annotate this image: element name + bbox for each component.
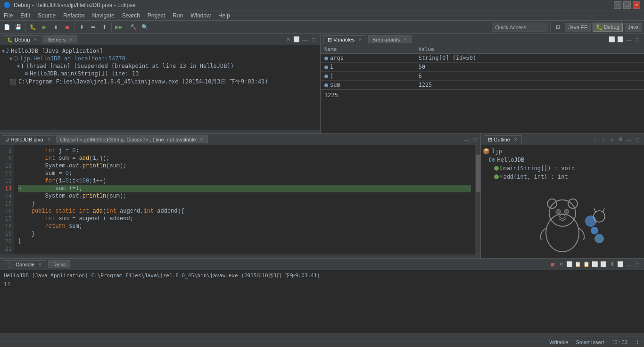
toolbar-resume-btn[interactable]: ▶ (39, 22, 50, 33)
tree-item-app[interactable]: ▼ J HelloJDB [Java Application] (2, 47, 318, 55)
toolbar-build-btn[interactable]: 🔨 (128, 22, 139, 33)
close-button[interactable]: ✕ (633, 1, 640, 9)
menu-file[interactable]: File (0, 11, 17, 20)
console-tab-close[interactable]: ✕ (38, 262, 42, 267)
console-action-7[interactable]: ⬜ (600, 261, 607, 268)
menu-project[interactable]: Project (144, 11, 169, 20)
perspective-debug-btn[interactable]: 🐛 Debug (593, 23, 622, 32)
outline-action-2[interactable]: ↑ (600, 136, 607, 143)
outline-main-method[interactable]: S main(String[]) : void (483, 164, 642, 173)
outline-maximize[interactable]: □ (634, 136, 641, 143)
console-scrollbar-h[interactable] (0, 333, 644, 337)
tab-console[interactable]: ⬛ Console ✕ (3, 260, 46, 269)
vars-action-1[interactable]: ⬜ (608, 36, 616, 43)
var-row-j[interactable]: j 6 (321, 72, 644, 81)
editor-content[interactable]: 8 9 10 11 12 13 14 15 16 17 18 19 20 21 (0, 145, 480, 255)
editor-scrollbar-v[interactable] (475, 145, 480, 255)
quick-access-input[interactable]: Quick Access (492, 23, 548, 32)
console-action-9[interactable]: ⬜ (617, 261, 624, 268)
classmethod-tab-close[interactable]: ✕ (200, 137, 204, 142)
menu-source[interactable]: Source (34, 11, 59, 20)
console-action-2[interactable]: ✕ (557, 261, 565, 268)
hellojdb-tab-close[interactable]: ✕ (47, 137, 51, 142)
tab-variables[interactable]: ⊞ Variables ✕ (323, 35, 366, 44)
console-action-8[interactable]: ⬇ (608, 261, 616, 268)
minimize-button[interactable]: ─ (614, 1, 621, 9)
maximize-button[interactable]: □ (623, 1, 631, 9)
menu-edit[interactable]: Edit (17, 11, 34, 20)
tab-debug[interactable]: 🐛 Debug ✕ (3, 35, 41, 43)
console-action-5[interactable]: 📋 (583, 261, 590, 268)
outline-tab-close[interactable]: ✕ (514, 137, 518, 142)
tree-item-process[interactable]: ⬛ C:\Program Files\Java\jre1.8.0_45\bin\… (2, 77, 318, 86)
debug-scrollbar-h[interactable] (0, 130, 320, 133)
vars-maximize[interactable]: □ (634, 36, 641, 43)
outline-action-3[interactable]: ≡ (608, 136, 616, 143)
package-label: ljp (492, 148, 502, 155)
outline-package[interactable]: 📦 ljp (483, 147, 642, 156)
console-action-3[interactable]: ⬜ (566, 261, 573, 268)
debug-action-2[interactable]: ⬜ (293, 36, 300, 43)
outline-action-1[interactable]: ↓ (591, 136, 599, 143)
tree-item-frame[interactable]: ≡ HelloJDB.main(String[]) line: 13 (2, 70, 318, 77)
outline-minimize[interactable]: — (625, 136, 633, 143)
editor-scrollbar-h[interactable] (0, 255, 480, 258)
toolbar-search-btn[interactable]: 🔍 (140, 22, 150, 33)
toolbar-stepinto-btn[interactable]: ⬇ (76, 22, 87, 33)
debug-minimize[interactable]: — (301, 36, 309, 43)
code-11: sum = 0; (18, 170, 471, 177)
outline-action-4[interactable]: ⚙ (617, 136, 624, 143)
tab-tasks[interactable]: Tasks (48, 260, 70, 268)
console-maximize[interactable]: □ (634, 261, 641, 268)
tree-item-host[interactable]: ▼ ⬡ ljp.HelloJDB at localhost:54770 (2, 55, 318, 62)
editor-minimize[interactable]: — (462, 136, 470, 143)
perspective-java-btn[interactable]: Java (625, 23, 642, 32)
var-row-sum[interactable]: sum 1225 (321, 81, 644, 90)
var-row-i[interactable]: i 50 (321, 63, 644, 72)
debug-action-1[interactable]: ✕ (284, 36, 292, 43)
tab-outline[interactable]: ⊟ Outline ✕ (484, 135, 522, 144)
servers-tab-close[interactable]: ✕ (69, 37, 73, 42)
console-minimize[interactable]: — (625, 261, 633, 268)
tab-hellojdb[interactable]: J HelloJDB.java ✕ (2, 135, 55, 143)
debug-tab-close[interactable]: ✕ (33, 37, 37, 42)
menu-refactor[interactable]: Refactor (59, 11, 88, 20)
console-action-6[interactable]: ⬜ (591, 261, 599, 268)
perspective-javaee-btn[interactable]: Java EE (565, 23, 591, 32)
tree-item-thread[interactable]: ▼ T Thread [main] (Suspended (breakpoint… (2, 62, 318, 70)
vars-minimize[interactable]: — (625, 36, 633, 43)
svg-point-2 (547, 199, 557, 208)
var-row-args[interactable]: args String[0] (id=50) (321, 54, 644, 63)
toolbar-debug-btn[interactable]: 🐛 (28, 22, 38, 33)
var-dot-sum (324, 83, 328, 87)
editor-maximize[interactable]: □ (471, 136, 479, 143)
ln-17: 17 (2, 215, 12, 223)
vars-action-2[interactable]: ⬜ (617, 36, 624, 43)
toolbar-suspend-btn[interactable]: ⏸ (50, 22, 61, 33)
menu-window[interactable]: Window (187, 11, 215, 20)
toolbar-perspective-open-btn[interactable]: ⊞ (553, 22, 563, 33)
toolbar-stepreturn-btn[interactable]: ⬆ (99, 22, 109, 33)
menu-search[interactable]: Search (118, 11, 144, 20)
menu-help[interactable]: Help (215, 11, 234, 20)
menu-run[interactable]: Run (169, 11, 187, 20)
code-area[interactable]: int j = 0; int sum = add(i,j); System.ou… (14, 145, 475, 255)
breakpoints-tab-close[interactable]: ✕ (404, 37, 407, 42)
toolbar-stop-btn[interactable]: ⏹ (62, 22, 72, 33)
console-action-4[interactable]: 📋 (574, 261, 582, 268)
variables-tab-close[interactable]: ✕ (358, 37, 362, 42)
toolbar-run-btn[interactable]: ▶▶ (114, 22, 124, 33)
menu-navigate[interactable]: Navigate (88, 11, 118, 20)
toolbar-new-btn[interactable]: 📄 (2, 22, 12, 33)
editor-scrollbar-thumb[interactable] (476, 155, 480, 192)
debug-maximize[interactable]: □ (310, 36, 317, 43)
outline-add-method[interactable]: S add(int, int) : int (483, 173, 642, 181)
console-stop-btn[interactable]: ⏹ (549, 261, 556, 268)
tab-classmethod[interactable]: Class<T>.getMethod(String, Class<?>...) … (56, 135, 208, 143)
outline-class[interactable]: C⊙ HelloJDB (483, 156, 642, 164)
tab-breakpoints[interactable]: Breakpoints ✕ (368, 35, 412, 43)
tab-servers[interactable]: Servers ✕ (43, 35, 77, 43)
toolbar-stepover-btn[interactable]: ➡ (88, 22, 98, 33)
toolbar-save-btn[interactable]: 💾 (13, 22, 24, 33)
title-bar-controls[interactable]: ─ □ ✕ (614, 1, 640, 9)
